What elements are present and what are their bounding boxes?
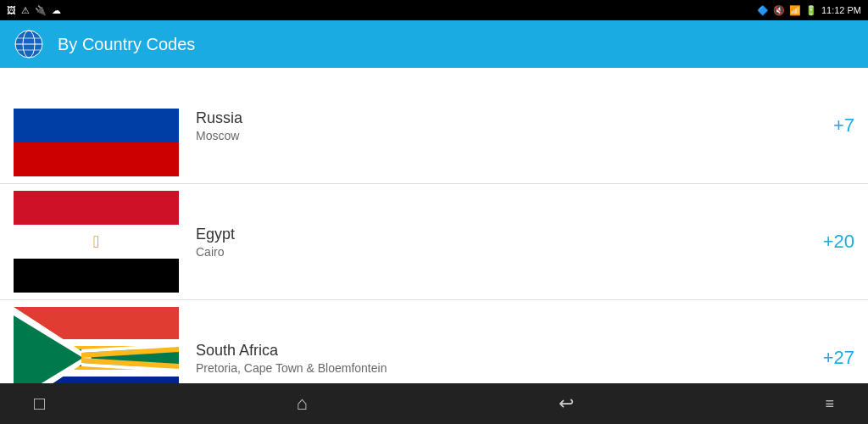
russia-blue-stripe bbox=[14, 109, 179, 142]
status-bar-left: 🖼 ⚠ 🔌 ☁ bbox=[7, 5, 61, 16]
bluetooth-icon: 🔷 bbox=[757, 5, 769, 16]
egypt-white-stripe: 𓅃 bbox=[14, 225, 179, 259]
globe-icon bbox=[14, 29, 44, 59]
status-bar: 🖼 ⚠ 🔌 ☁ 🔷 🔇 📶 🔋 11:12 PM bbox=[0, 0, 868, 20]
flag-south-africa bbox=[14, 307, 179, 383]
country-row-russia[interactable]: Russia Moscow +7 bbox=[0, 68, 868, 184]
notification-icon-4: ☁ bbox=[52, 5, 61, 16]
home-button[interactable]: ⌂ bbox=[297, 393, 308, 415]
south-africa-city: Pretoria, Cape Town & Bloemfontein bbox=[196, 361, 787, 375]
flag-egypt: 𓅃 bbox=[14, 191, 179, 293]
egypt-info: Egypt Cairo bbox=[196, 226, 787, 259]
country-row-south-africa[interactable]: South Africa Pretoria, Cape Town & Bloem… bbox=[0, 300, 868, 383]
volume-icon: 🔇 bbox=[773, 5, 785, 16]
egypt-red-stripe bbox=[14, 191, 179, 225]
russia-city: Moscow bbox=[196, 129, 787, 142]
menu-button[interactable]: ≡ bbox=[825, 396, 834, 411]
south-africa-name: South Africa bbox=[196, 342, 787, 360]
egypt-black-stripe bbox=[14, 259, 179, 293]
russia-name: Russia bbox=[196, 109, 787, 127]
notification-icon-3: 🔌 bbox=[35, 5, 47, 16]
time-display: 11:12 PM bbox=[821, 5, 861, 15]
battery-icon: 🔋 bbox=[805, 5, 817, 16]
recent-apps-button[interactable]: □ bbox=[34, 393, 45, 415]
app-bar: By Country Codes bbox=[0, 20, 868, 68]
egypt-name: Egypt bbox=[196, 226, 787, 243]
russia-white-stripe bbox=[14, 75, 179, 109]
south-africa-info: South Africa Pretoria, Cape Town & Bloem… bbox=[196, 342, 787, 375]
content-area: Russia Moscow +7 𓅃 Egypt Cairo +20 bbox=[0, 68, 868, 383]
sa-flag-svg bbox=[14, 307, 179, 383]
country-row-egypt[interactable]: 𓅃 Egypt Cairo +20 bbox=[0, 184, 868, 300]
egypt-code: +20 bbox=[787, 231, 854, 253]
status-bar-right: 🔷 🔇 📶 🔋 11:12 PM bbox=[757, 5, 861, 16]
back-button[interactable]: ↩ bbox=[559, 393, 574, 415]
notification-icon-2: ⚠ bbox=[21, 5, 30, 16]
notification-icon-1: 🖼 bbox=[7, 5, 16, 15]
flag-russia bbox=[14, 75, 179, 176]
egypt-eagle-emblem: 𓅃 bbox=[93, 232, 99, 252]
signal-icon: 📶 bbox=[789, 5, 801, 16]
app-bar-title: By Country Codes bbox=[58, 35, 195, 54]
south-africa-code: +27 bbox=[787, 347, 854, 369]
egypt-city: Cairo bbox=[196, 245, 787, 259]
bottom-nav: □ ⌂ ↩ ≡ bbox=[0, 383, 868, 424]
russia-red-stripe bbox=[14, 142, 179, 176]
russia-info: Russia Moscow bbox=[196, 109, 787, 142]
russia-code: +7 bbox=[787, 114, 854, 137]
